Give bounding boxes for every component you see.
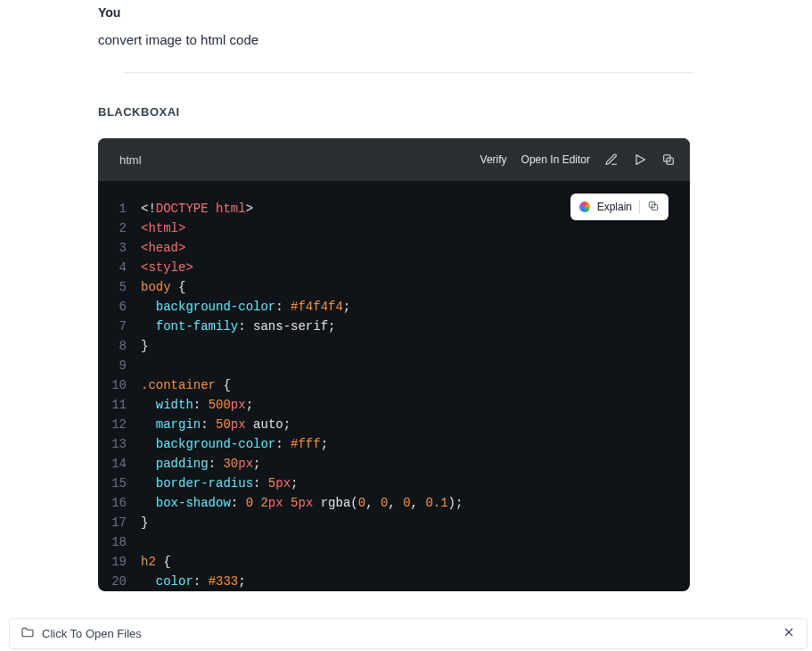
line-number: 13: [98, 434, 141, 454]
code-block: html Verify Open In Editor Explain: [98, 138, 690, 591]
line-number: 14: [98, 454, 141, 474]
line-number: 9: [98, 356, 141, 375]
line-number: 3: [98, 238, 141, 258]
code-line: 4<style>: [98, 258, 690, 277]
code-text: padding: 30px;: [141, 454, 260, 474]
line-number: 8: [98, 336, 141, 356]
code-line: 18: [98, 532, 690, 552]
line-number: 7: [98, 317, 141, 336]
code-text: <head>: [141, 238, 185, 258]
close-icon[interactable]: [782, 625, 796, 642]
code-text: width: 500px;: [141, 395, 253, 415]
code-line: 6 background-color: #f4f4f4;: [98, 297, 690, 317]
explain-button[interactable]: Explain: [570, 194, 668, 220]
line-number: 2: [98, 218, 141, 238]
line-number: 19: [98, 552, 141, 572]
explain-logo-icon: [579, 202, 590, 212]
line-number: 20: [98, 572, 141, 591]
open-files-label: Click To Open Files: [42, 627, 142, 640]
code-line: 9: [98, 356, 690, 375]
edit-icon[interactable]: [604, 152, 619, 167]
code-line: 12 margin: 50px auto;: [98, 415, 690, 434]
assistant-label: BLACKBOXAI: [98, 105, 812, 119]
line-number: 18: [98, 532, 141, 552]
explain-separator: [639, 200, 640, 214]
line-number: 17: [98, 513, 141, 532]
line-number: 5: [98, 277, 141, 297]
code-toolbar: html Verify Open In Editor: [98, 138, 690, 181]
line-number: 1: [98, 199, 141, 218]
user-message: convert image to html code: [98, 32, 812, 47]
code-text: background-color: #fff;: [141, 434, 328, 454]
code-text: border-radius: 5px;: [141, 474, 298, 493]
code-text: background-color: #f4f4f4;: [141, 297, 350, 317]
code-text: .container {: [141, 375, 231, 395]
code-line: 15 border-radius: 5px;: [98, 474, 690, 493]
code-text: margin: 50px auto;: [141, 415, 291, 434]
code-line: 10.container {: [98, 375, 690, 395]
line-number: 10: [98, 375, 141, 395]
code-text: h2 {: [141, 552, 171, 572]
code-text: <html>: [141, 218, 185, 238]
code-line: 5body {: [98, 277, 690, 297]
line-number: 15: [98, 474, 141, 493]
code-line: 16 box-shadow: 0 2px 5px rgba(0, 0, 0, 0…: [98, 493, 690, 513]
open-files-button[interactable]: Click To Open Files: [21, 625, 142, 642]
explain-label: Explain: [597, 201, 632, 213]
code-text: <!DOCTYPE html>: [141, 199, 253, 218]
line-number: 12: [98, 415, 141, 434]
line-number: 11: [98, 395, 141, 415]
open-in-editor-button[interactable]: Open In Editor: [521, 153, 590, 166]
code-text: <style>: [141, 258, 193, 277]
line-number: 16: [98, 493, 141, 513]
code-line: 19h2 {: [98, 552, 690, 572]
code-line: 11 width: 500px;: [98, 395, 690, 415]
code-text: }: [141, 513, 148, 532]
code-line: 7 font-family: sans-serif;: [98, 317, 690, 336]
code-line: 13 background-color: #fff;: [98, 434, 690, 454]
code-line: 2<html>: [98, 218, 690, 238]
copy-icon[interactable]: [661, 152, 676, 167]
code-text: }: [141, 336, 148, 356]
code-text: box-shadow: 0 2px 5px rgba(0, 0, 0, 0.1)…: [141, 493, 463, 513]
code-text: font-family: sans-serif;: [141, 317, 335, 336]
code-line: 20 color: #333;: [98, 572, 690, 591]
user-label: You: [98, 5, 812, 20]
divider: [123, 72, 693, 73]
file-open-bar: Click To Open Files: [9, 618, 808, 649]
code-line: 17}: [98, 513, 690, 532]
code-language-label: html: [119, 153, 142, 167]
code-text: color: #333;: [141, 572, 246, 591]
line-number: 4: [98, 258, 141, 277]
code-line: 8}: [98, 336, 690, 356]
verify-button[interactable]: Verify: [480, 153, 507, 166]
run-icon[interactable]: [633, 152, 647, 167]
code-body[interactable]: 1<!DOCTYPE html>2<html>3<head>4<style>5b…: [98, 181, 690, 591]
code-line: 3<head>: [98, 238, 690, 258]
folder-icon: [21, 625, 35, 642]
code-line: 14 padding: 30px;: [98, 454, 690, 474]
explain-copy-icon[interactable]: [647, 200, 660, 215]
code-text: body {: [141, 277, 185, 297]
line-number: 6: [98, 297, 141, 317]
svg-marker-0: [636, 155, 644, 165]
